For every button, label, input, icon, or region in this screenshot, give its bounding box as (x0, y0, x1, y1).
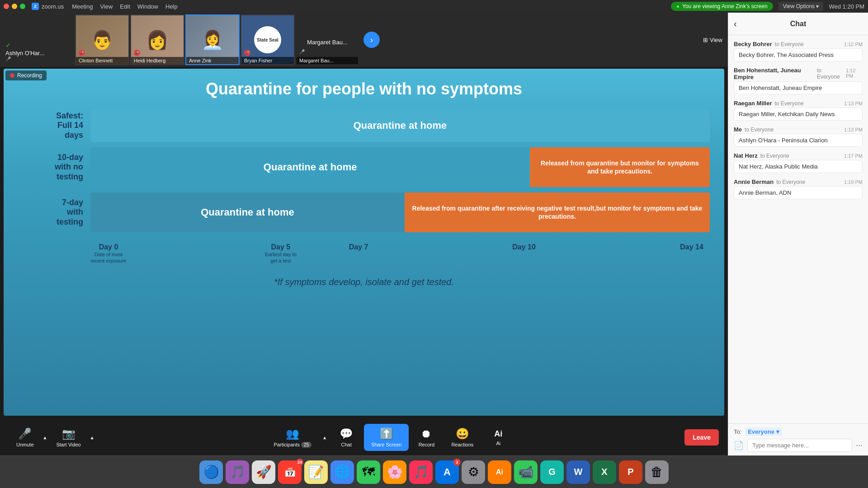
chat-sender-5: Nat Herz (734, 152, 758, 159)
chat-to-1: to Everyone (775, 41, 804, 47)
start-video-button[interactable]: 📷 Start Video (49, 424, 88, 451)
menu-meeting[interactable]: Meeting (72, 3, 93, 10)
chat-button[interactable]: 💬 Chat (330, 424, 362, 451)
chat-to-3: to Everyone (775, 100, 804, 107)
participant-name-bryan: Bryan Fisher (244, 58, 272, 63)
dock-calendar[interactable]: 📅 24 (278, 460, 302, 484)
bar-orange-text-2: Released from quarantine but monitor for… (536, 159, 703, 175)
day-5: Day 5 Earliest day to get a test (258, 243, 303, 264)
unmute-label: Unmute (16, 442, 34, 447)
slide-content: Safest: Full 14 days Quarantine at home … (18, 109, 710, 405)
bar-orange-text-3: Released from quarantine after receiving… (411, 204, 703, 221)
dock-siri[interactable]: 🎵 (226, 460, 249, 484)
record-button[interactable]: ⏺ Record (410, 424, 442, 451)
view-button[interactable]: ⊞ View (699, 35, 726, 45)
title-bar: Z zoom.us Meeting View Edit Window Help … (0, 0, 868, 13)
chat-to-row: To: Everyone ▾ (734, 427, 863, 436)
menu-edit[interactable]: Edit (120, 3, 130, 10)
main-content: ✓ Ashlyn O'Har... 🎤 👨 🎤 Clinton Bennett (0, 13, 868, 455)
dock-word[interactable]: W (566, 460, 590, 484)
next-participants-button[interactable]: › (363, 32, 380, 48)
more-options-button[interactable]: ··· (856, 441, 863, 450)
dock-chrome[interactable]: 🌐 (330, 460, 354, 484)
video-arrow[interactable]: ▲ (88, 424, 96, 451)
menu-bar: Meeting View Edit Window Help (72, 3, 178, 10)
menu-help[interactable]: Help (165, 3, 178, 10)
dock-excel[interactable]: X (593, 460, 616, 484)
chat-message-4: Me to Everyone 1:13 PM Ashlyn O'Hara - P… (734, 126, 863, 147)
minimize-button[interactable] (12, 4, 17, 9)
chat-time-4: 1:13 PM (844, 127, 863, 132)
bar-blue-1: Quarantine at home (90, 109, 710, 142)
dock-photos[interactable]: 🌸 (383, 460, 406, 484)
view-options-button[interactable]: View Options ▾ (778, 2, 824, 11)
file-button[interactable]: 📄 (734, 441, 744, 450)
dock-music[interactable]: 🎵 (409, 460, 433, 484)
maximize-button[interactable] (20, 4, 25, 9)
day-7: Day 7 (343, 243, 374, 264)
dock-grammarly[interactable]: G (540, 460, 564, 484)
menu-window[interactable]: Window (137, 3, 158, 10)
row-label-2: 10-day with no testing (18, 147, 90, 187)
timeline-row-1: Safest: Full 14 days Quarantine at home (18, 109, 710, 142)
recording-badge: Recording (5, 70, 47, 80)
chat-input[interactable] (747, 439, 852, 452)
menu-view[interactable]: View (100, 3, 113, 10)
unmute-button[interactable]: 🎤 Unmute (9, 424, 41, 451)
day-10: Day 10 (506, 243, 542, 264)
share-screen-icon: ⬆️ (380, 427, 393, 440)
close-button[interactable] (4, 4, 9, 9)
participant-name-anne: Anne Zink (189, 58, 212, 63)
participant-name-ashlyn: Ashlyn O'Har... (5, 50, 44, 56)
meeting-area: ✓ Ashlyn O'Har... 🎤 👨 🎤 Clinton Bennett (0, 13, 728, 455)
video-label: Start Video (56, 442, 80, 447)
dock-facetime[interactable]: 📹 (514, 460, 538, 484)
share-screen-button[interactable]: ⬆️ Share Screen (364, 424, 409, 451)
reactions-button[interactable]: 😀 Reactions (444, 424, 481, 451)
participant-thumb-margaret: Margaret Bau... 🎤 Margaret Bau... (296, 14, 359, 65)
chat-footer: To: Everyone ▾ 📄 ··· (728, 423, 868, 455)
share-label: Share Screen (371, 442, 401, 447)
ai-button[interactable]: Ai Ai (482, 426, 514, 450)
day-0: Day 0 Date of most recent exposure (90, 243, 127, 264)
participant-name-margaret2: Margaret Bau... (299, 58, 334, 63)
slide-footnote: *If symptoms develop, isolate and get te… (18, 277, 710, 287)
dock-stickies[interactable]: 📝 (304, 460, 328, 484)
chat-recipient-select[interactable]: Everyone ▾ (745, 427, 782, 436)
bar-blue-2: Quarantine at home (90, 147, 530, 187)
unmute-arrow[interactable]: ▲ (41, 424, 49, 451)
slide-container: Quarantine for people with no symptoms S… (4, 69, 724, 416)
participants-button[interactable]: 👥 Participants 25 (267, 424, 319, 451)
participant-thumb-clinton: 👨 🎤 Clinton Bennett (75, 14, 129, 65)
chat-messages: Becky Bohrer to Everyone 1:12 PM Becky B… (728, 35, 868, 423)
dock-systemprefs[interactable]: ⚙ (462, 460, 485, 484)
view-icon: ⊞ (703, 37, 708, 43)
screen-share-banner: ● You are viewing Anne Zink's screen (671, 2, 773, 11)
chat-collapse-button[interactable]: ‹ (734, 19, 737, 29)
chat-message-6: Annie Berman to Everyone 1:19 PM Annie B… (734, 178, 863, 199)
mac-dock: 🔵 🎵 🚀 📅 24 📝 🌐 🗺 🌸 🎵 A 3 ⚙ Ai 📹 G W X P … (0, 455, 868, 488)
chat-to-6: to Everyone (776, 179, 805, 185)
bar-text-2: Quarantine at home (264, 161, 357, 173)
dock-powerpoint[interactable]: P (619, 460, 642, 484)
dock-maps[interactable]: 🗺 (357, 460, 380, 484)
chat-title: Chat (790, 20, 807, 28)
chat-time-1: 1:12 PM (844, 42, 863, 47)
participants-arrow[interactable]: ▲ (321, 432, 329, 444)
chat-body-1: Becky Bohrer, The Associated Press (734, 48, 863, 61)
dock-appstore[interactable]: A 3 (435, 460, 459, 484)
chat-body-6: Annie Berman, ADN (734, 186, 863, 199)
dock-trash[interactable]: 🗑 (645, 460, 669, 484)
chat-label: Chat (341, 442, 352, 447)
dock-finder[interactable]: 🔵 (199, 460, 223, 484)
mute-icon-clinton: 🎤 (79, 50, 85, 56)
slide-title: Quarantine for people with no symptoms (18, 80, 710, 99)
leave-button[interactable]: Leave (684, 429, 719, 446)
bar-blue-3: Quarantine at home (90, 192, 405, 232)
dock-illustrator[interactable]: Ai (488, 460, 511, 484)
chat-time-5: 1:17 PM (844, 153, 863, 159)
appstore-badge: 3 (453, 459, 461, 466)
title-bar-right: ● You are viewing Anne Zink's screen Vie… (671, 2, 864, 11)
dock-launchpad[interactable]: 🚀 (252, 460, 275, 484)
window-controls[interactable] (4, 4, 25, 9)
